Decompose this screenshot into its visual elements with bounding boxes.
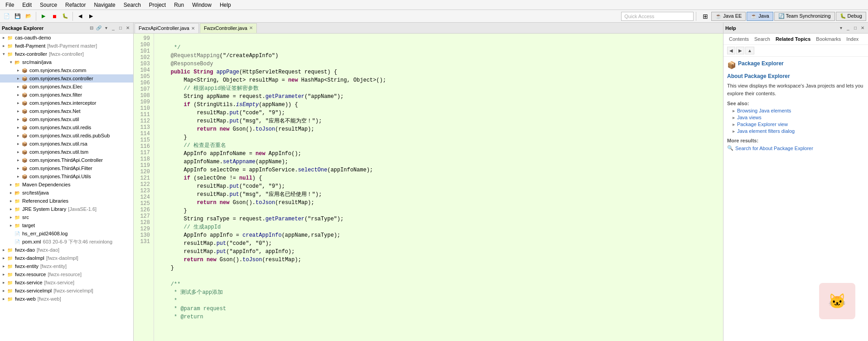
- debug-btn[interactable]: 🐛: [60, 11, 70, 21]
- menu-run[interactable]: Run: [170, 1, 188, 9]
- link-java-views[interactable]: Java views: [727, 115, 864, 121]
- nav-up-btn[interactable]: ▲: [745, 47, 754, 54]
- tree-item-com.synjones.fwzx.util.redis[interactable]: ▸📦com.synjones.fwzx.util.redis: [0, 123, 133, 132]
- tree-toggle-com.synjones.ThirdApi.Controller[interactable]: ▸: [15, 158, 21, 162]
- tree-item-fwzx-dao[interactable]: ▸📁fwzx-dao[fwzx-dao]: [0, 246, 133, 254]
- tab-contents[interactable]: Contents: [727, 35, 751, 43]
- tree-toggle-com.synjones.fwzx.util.tsm[interactable]: ▸: [15, 150, 21, 154]
- tree-toggle-com.synjones.fwzx.interceptor[interactable]: ▸: [15, 101, 21, 105]
- menu-source[interactable]: Source: [36, 1, 61, 9]
- quick-access-box[interactable]: Quick Access: [621, 12, 694, 21]
- tree-item-com.synjones.ThirdApi.Utils[interactable]: ▸📦com.synjones.ThirdApi.Utils: [0, 172, 133, 180]
- code-content[interactable]: */ @RequestMapping("/createAppInfo") @Re…: [154, 34, 723, 341]
- tree-item-com.synjones.fwzx.Net[interactable]: ▸📦com.synjones.fwzx.Net: [0, 107, 133, 115]
- tree-item-src-test-java[interactable]: ▸📂src/test/java: [0, 189, 133, 197]
- tree-toggle-src-main-java[interactable]: ▾: [8, 60, 14, 64]
- tree-item-target[interactable]: ▸📁target: [0, 221, 133, 229]
- tree-item-com.synjones.fwzx.util[interactable]: ▸📦com.synjones.fwzx.util: [0, 115, 133, 123]
- menu-help[interactable]: Help: [216, 1, 235, 9]
- tree-toggle-fwzx-entity[interactable]: ▸: [1, 264, 6, 268]
- tree-item-com.synjones.fwzx.comm[interactable]: ▸📦com.synjones.fwzx.comm: [0, 66, 133, 74]
- tree-toggle-com.synjones.fwzx.comm[interactable]: ▸: [15, 68, 21, 73]
- tree-item-Maven Dependencies[interactable]: ▸📁Maven Dependencies: [0, 180, 133, 189]
- tree-item-com.synjones.fwzx.Elec[interactable]: ▸📦com.synjones.fwzx.Elec: [0, 83, 133, 91]
- link-browsing-java[interactable]: Browsing Java elements: [727, 108, 864, 114]
- stop-btn[interactable]: ⏹: [49, 11, 59, 21]
- link-editor-btn[interactable]: 🔗: [95, 24, 102, 32]
- tree-item-com.synjones.ThirdApi.Controller[interactable]: ▸📦com.synjones.ThirdApi.Controller: [0, 156, 133, 164]
- tree-toggle-src[interactable]: ▸: [8, 215, 14, 219]
- tree-item-fwzx-resource[interactable]: ▸📁fwzx-resource[fwzx-resource]: [0, 270, 133, 278]
- nav-back-btn[interactable]: ◀: [727, 47, 735, 54]
- menu-search[interactable]: Search: [120, 1, 145, 9]
- tree-item-hs_err_pid24608.log[interactable]: 📄hs_err_pid24608.log: [0, 229, 133, 238]
- perspective-team-sync[interactable]: 🔄 Team Synchronizing: [774, 12, 835, 21]
- perspective-java-ee[interactable]: ☕ Java EE: [711, 12, 746, 21]
- help-maximize-btn[interactable]: □: [852, 24, 859, 32]
- help-close-btn[interactable]: ✕: [859, 24, 866, 32]
- tree-toggle-com.synjones.fwzx.util.rsa[interactable]: ▸: [15, 141, 21, 146]
- tab-related-topics[interactable]: Related Topics: [774, 35, 812, 43]
- tree-toggle-fwzx-resource[interactable]: ▸: [1, 272, 6, 277]
- tree-toggle-fwzx-controller[interactable]: ▾: [1, 52, 6, 56]
- tree-toggle-fwzx-daoImpl[interactable]: ▸: [1, 256, 6, 260]
- tree-toggle-com.synjones.fwzx.Net[interactable]: ▸: [15, 109, 21, 113]
- new-btn[interactable]: 📄: [2, 11, 12, 21]
- tab-close-ctrl[interactable]: ✕: [249, 25, 253, 30]
- tree-toggle-com.synjones.fwzx.controller[interactable]: ▸: [15, 76, 21, 81]
- tree-toggle-src-test-java[interactable]: ▸: [8, 190, 14, 195]
- menu-edit[interactable]: Edit: [19, 1, 35, 9]
- tab-index[interactable]: Index: [844, 35, 860, 43]
- run-btn[interactable]: ▶: [39, 11, 48, 21]
- link-package-explorer-view[interactable]: Package Explorer view: [727, 122, 864, 127]
- view-menu-btn[interactable]: ▾: [102, 24, 110, 32]
- tree-item-fwzx-serviceImpl[interactable]: ▸📁fwzx-serviceImpl[fwzx-serviceImpl]: [0, 287, 133, 295]
- tree-toggle-Referenced Libraries[interactable]: ▸: [8, 199, 14, 203]
- tree-item-fwzx-daoImpl[interactable]: ▸📁fwzx-daoImpl[fwzx-daoImpl]: [0, 254, 133, 262]
- menu-navigate[interactable]: Navigate: [90, 1, 119, 9]
- tree-toggle-com.synjones.ThirdApi.Filter[interactable]: ▸: [15, 166, 21, 170]
- tree-item-com.synjones.fwzx.util.rsa[interactable]: ▸📦com.synjones.fwzx.util.rsa: [0, 140, 133, 148]
- tree-item-com.synjones.fwzx.interceptor[interactable]: ▸📦com.synjones.fwzx.interceptor: [0, 99, 133, 107]
- tab-bookmarks[interactable]: Bookmarks: [814, 35, 843, 43]
- tab-close-api[interactable]: ✕: [191, 26, 195, 31]
- tree-item-com.synjones.fwzx.util.redis.pubSub[interactable]: ▸📦com.synjones.fwzx.util.redis.pubSub: [0, 132, 133, 140]
- menu-file[interactable]: File: [2, 1, 18, 9]
- tree-item-fwzx-entity[interactable]: ▸📁fwzx-entity[fwzx-entity]: [0, 262, 133, 270]
- tree-item-com.synjones.ThirdApi.Filter[interactable]: ▸📦com.synjones.ThirdApi.Filter: [0, 164, 133, 172]
- tree-toggle-cas-oauth-demo[interactable]: ▸: [1, 35, 6, 40]
- help-view-menu-btn[interactable]: ▾: [837, 24, 844, 32]
- tree-toggle-fwdt-Payment[interactable]: ▸: [1, 44, 6, 48]
- tree-item-com.synjones.fwzx.filter[interactable]: ▸📦com.synjones.fwzx.filter: [0, 91, 133, 99]
- close-btn[interactable]: ✕: [124, 24, 131, 32]
- tree-item-com.synjones.fwzx.controller[interactable]: ▸📦com.synjones.fwzx.controller: [0, 74, 133, 83]
- tree-item-fwzx-service[interactable]: ▸📁fwzx-service[fwzx-service]: [0, 278, 133, 287]
- code-area[interactable]: 99100101102103 104105106107108 109110111…: [134, 34, 723, 341]
- tree-toggle-fwzx-web[interactable]: ▸: [1, 297, 6, 301]
- tree-toggle-Maven Dependencies[interactable]: ▸: [8, 182, 14, 187]
- open-perspective-btn[interactable]: ⊞: [700, 11, 710, 21]
- tab-search[interactable]: Search: [752, 35, 772, 43]
- tree-toggle-com.synjones.fwzx.util.redis[interactable]: ▸: [15, 125, 21, 130]
- tree-toggle-com.synjones.ThirdApi.Utils[interactable]: ▸: [15, 174, 21, 179]
- tree-toggle-fwzx-dao[interactable]: ▸: [1, 248, 6, 252]
- tree-item-fwzx-controller[interactable]: ▾📁fwzx-controller[fwzx-controller]: [0, 50, 133, 58]
- tree-item-JRE System Library[interactable]: ▸📁JRE System Library[JavaSE-1.6]: [0, 205, 133, 213]
- tree-toggle-JRE System Library[interactable]: ▸: [8, 207, 14, 211]
- tree-item-com.synjones.fwzx.util.tsm[interactable]: ▸📦com.synjones.fwzx.util.tsm: [0, 148, 133, 156]
- tree-toggle-fwzx-serviceImpl[interactable]: ▸: [1, 288, 6, 293]
- link-java-element-filters[interactable]: Java element filters dialog: [727, 128, 864, 134]
- back-btn[interactable]: ◀: [75, 11, 85, 21]
- tree-item-pom.xml[interactable]: 📄pom.xml603 20-6-9 下午3:46 renxinlong: [0, 238, 133, 246]
- menu-window[interactable]: Window: [188, 1, 215, 9]
- forward-btn[interactable]: ▶: [86, 11, 96, 21]
- menu-project[interactable]: Project: [145, 1, 169, 9]
- tree-toggle-com.synjones.fwzx.filter[interactable]: ▸: [15, 93, 21, 97]
- tab-fwzx-api-controller[interactable]: FwzxApiController.java ✕: [135, 23, 199, 33]
- minimize-btn[interactable]: _: [110, 24, 117, 32]
- tree-toggle-com.synjones.fwzx.util.redis.pubSub[interactable]: ▸: [15, 133, 21, 138]
- tree-toggle-fwzx-service[interactable]: ▸: [1, 280, 6, 285]
- tree-item-fwdt-Payment[interactable]: ▸📁fwdt-Payment[fwdt-Payment master]: [0, 42, 133, 50]
- help-minimize-btn[interactable]: _: [844, 24, 852, 32]
- tree-item-cas-oauth-demo[interactable]: ▸📁cas-oauth-demo: [0, 34, 133, 42]
